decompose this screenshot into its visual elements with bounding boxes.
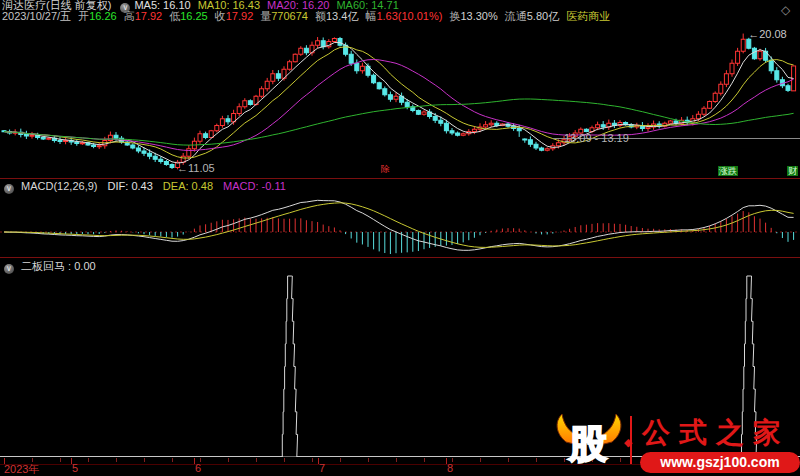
axis-tick — [340, 458, 341, 462]
gap-annotation: 13.09 - 13.19 — [564, 132, 629, 144]
axis-tick — [536, 458, 537, 462]
panel-separator — [0, 178, 800, 179]
quote-field-value: 17.92 — [135, 10, 163, 22]
quote-field: 低16.25 — [169, 10, 208, 22]
axis-tick — [368, 458, 369, 462]
quote-field-value: 16.26 — [89, 10, 117, 22]
axis-tick — [284, 458, 285, 462]
quote-field-value: 16.25 — [180, 10, 208, 22]
quote-fields: 开16.26高17.92低16.25收17.92量770674额13.4亿幅1.… — [78, 10, 617, 22]
quote-field: 量770674 — [260, 10, 308, 22]
diamond-icon[interactable]: ◇ — [781, 3, 790, 17]
bull-logo: 股 — [552, 412, 626, 476]
signal-separator: : — [65, 260, 74, 272]
axis-month-label: 8 — [447, 462, 453, 474]
macd-panel-header: ∨ MACD(12,26,9) DIF: 0.43 DEA: 0.48 MACD… — [2, 180, 293, 193]
dea-value: DEA: 0.48 — [163, 180, 213, 192]
axis-tick — [396, 458, 397, 462]
dif-value: DIF: 0.43 — [108, 180, 153, 192]
date-value: 2023/10/27/五 — [2, 10, 71, 22]
collapse-macd-icon[interactable]: ∨ — [4, 184, 14, 194]
event-badge-finance[interactable]: 财 — [787, 166, 798, 176]
axis-tick — [480, 458, 481, 462]
quote-field: 幅1.63(10.01%) — [365, 10, 442, 22]
quote-field-value: 13.30% — [460, 10, 497, 22]
quote-field-label: 高 — [124, 10, 135, 22]
axis-month-label: 5 — [72, 462, 78, 474]
quote-field-label: 额 — [315, 10, 326, 22]
quote-field-value: 5.80亿 — [527, 10, 559, 22]
axis-month-label: 7 — [319, 462, 325, 474]
quote-field-label: 开 — [78, 10, 89, 22]
signal-spike — [282, 276, 298, 457]
quote-field-value: 医药商业 — [566, 10, 610, 22]
high-annotation: ←20.08 — [748, 28, 787, 40]
quote-field-label: 低 — [169, 10, 180, 22]
macd-title: MACD(12,26,9) — [21, 180, 97, 192]
quote-field: 高17.92 — [124, 10, 163, 22]
quote-field-label: 换 — [449, 10, 460, 22]
quote-field-value: 1.63(10.01%) — [376, 10, 442, 22]
axis-tick — [424, 458, 425, 462]
axis-tick — [172, 458, 173, 462]
axis-tick — [144, 458, 145, 462]
signal-panel-header: ∨ 二板回马 : 0.00 — [2, 260, 96, 273]
axis-tick — [312, 458, 313, 462]
axis-month-label: 2023年 — [4, 462, 39, 476]
quote-field-value: 13.4亿 — [326, 10, 358, 22]
logo-divider — [630, 416, 632, 464]
stock-info-header: 润达医疗(日线 前复权)∨MA5: 16.10MA10: 16.43MA20: … — [0, 0, 800, 22]
quote-field: 收17.92 — [215, 10, 254, 22]
quote-field-label: 幅 — [365, 10, 376, 22]
watermark: 股 ◆ 公式之家 www.gszj100.com — [548, 410, 800, 476]
axis-tick — [228, 458, 229, 462]
quote-field: 流通5.80亿 — [505, 10, 559, 22]
quote-field: 换13.30% — [449, 10, 497, 22]
quote-field-label: 流通 — [505, 10, 527, 22]
axis-tick — [116, 458, 117, 462]
event-badge-change[interactable]: 涨跌 — [718, 166, 738, 176]
logo-character: 股 — [569, 424, 607, 464]
quote-field[interactable]: 医药商业 — [566, 10, 610, 22]
quote-field-value: 770674 — [271, 10, 308, 22]
watermark-title: 公式之家 — [642, 414, 800, 452]
quote-field-value: 17.92 — [226, 10, 254, 22]
axis-tick — [88, 458, 89, 462]
quote-field: 开16.26 — [78, 10, 117, 22]
watermark-url[interactable]: www.gszj100.com — [640, 452, 800, 473]
axis-tick — [60, 458, 61, 462]
low-annotation: ←11.05 — [177, 162, 215, 174]
header-line2: 2023/10/27/五开16.26高17.92低16.25收17.92量770… — [2, 11, 617, 22]
signal-value: 0.00 — [74, 260, 95, 272]
tdx-app-window: 润达医疗(日线 前复权)∨MA5: 16.10MA10: 16.43MA20: … — [0, 0, 800, 476]
macd-value: MACD: -0.11 — [223, 180, 286, 192]
macd-chart-canvas[interactable] — [0, 196, 800, 256]
quote-field-label: 量 — [260, 10, 271, 22]
quote-field: 额13.4亿 — [315, 10, 358, 22]
axis-tick — [256, 458, 257, 462]
ex-rights-marker: 除 — [381, 163, 390, 176]
axis-tick — [508, 458, 509, 462]
collapse-signal-icon[interactable]: ∨ — [4, 264, 14, 274]
axis-month-label: 6 — [195, 462, 201, 474]
quote-field-label: 收 — [215, 10, 226, 22]
main-chart-canvas[interactable] — [0, 22, 800, 178]
signal-title: 二板回马 — [21, 260, 65, 272]
